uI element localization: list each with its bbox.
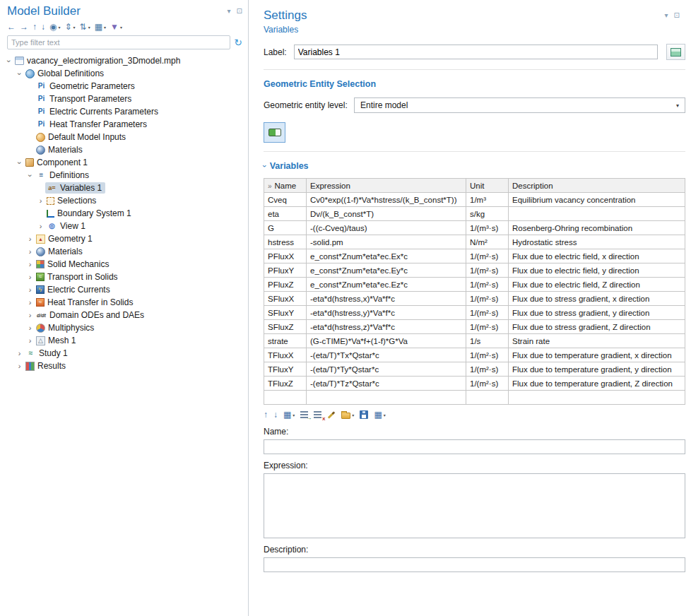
tree-item[interactable]: ›≈Transport in Solids: [0, 271, 248, 283]
chevron-collapsed-icon[interactable]: ›: [25, 248, 35, 256]
variable-name-cell[interactable]: TFluxX: [264, 348, 307, 362]
chevron-expanded-icon[interactable]: ›: [16, 69, 23, 78]
section-collapse-icon[interactable]: ›: [261, 165, 269, 167]
expand-columns-icon[interactable]: »: [268, 182, 272, 190]
panel-splitter[interactable]: [249, 0, 254, 616]
variable-unit-cell[interactable]: s/kg: [466, 207, 509, 221]
settings-float-icon[interactable]: ⊡: [674, 12, 680, 19]
node-text-button[interactable]: ▦▾: [95, 23, 106, 31]
variable-expression-cell[interactable]: -eta*d(hstress,z)*Va*f*c: [307, 320, 466, 334]
variable-description-cell[interactable]: Flux due to temperature gradient, y dire…: [509, 362, 685, 377]
move-down-button[interactable]: ↓: [41, 23, 45, 31]
variable-row[interactable]: PFluxZe_const*Znum*eta*ec.Ez*c1/(m²·s)Fl…: [264, 278, 685, 292]
variable-unit-cell[interactable]: [466, 391, 509, 405]
variable-expression-cell[interactable]: e_const*Znum*eta*ec.Ez*c: [307, 278, 466, 292]
variable-unit-cell[interactable]: 1/s: [466, 334, 509, 348]
variable-row[interactable]: strate(G-cTIME)*Va*f+(1-f)*G*Va1/sStrain…: [264, 334, 685, 348]
variable-row[interactable]: hstress-solid.pmN/m²Hydrostatic stress: [264, 235, 685, 249]
variable-expression-cell[interactable]: Cv0*exp((1-f)*Va*hstress/(k_B_const*T)): [307, 193, 466, 207]
variable-row[interactable]: SFluxZ-eta*d(hstress,z)*Va*f*c1/(m²·s)Fl…: [264, 320, 685, 334]
entity-level-select[interactable]: Entire model ▾: [354, 97, 685, 113]
variable-description-cell[interactable]: Flux due to stress gradient, Z direction: [509, 320, 685, 334]
variable-name-cell[interactable]: PFluxZ: [264, 278, 307, 292]
chevron-collapsed-icon[interactable]: ›: [15, 350, 24, 357]
variable-row[interactable]: G-((c-Cveq)/taus)1/(m³·s)Rosenberg-Ohrin…: [264, 221, 685, 235]
variable-expression-cell[interactable]: (G-cTIME)*Va*f+(1-f)*G*Va: [307, 334, 466, 348]
variable-unit-cell[interactable]: 1/m³: [466, 193, 509, 207]
move-up-button[interactable]: ↑: [33, 23, 37, 31]
tree-item[interactable]: ›◎View 1: [0, 220, 248, 232]
table-display-button[interactable]: ▦▾: [374, 410, 385, 419]
variable-description-cell[interactable]: [509, 391, 685, 405]
variable-name-cell[interactable]: SFluxZ: [264, 320, 307, 334]
save-to-file-button[interactable]: [360, 410, 368, 419]
tree-item[interactable]: ›Global Definitions: [0, 67, 248, 80]
tree-item[interactable]: ›Multiphysics: [0, 321, 248, 334]
tree-item[interactable]: ›≡Definitions: [0, 169, 248, 182]
variable-row[interactable]: etaDv/(k_B_const*T)s/kg: [264, 207, 685, 221]
variable-description-cell[interactable]: Flux due to stress gradient, x direction: [509, 292, 685, 306]
active-selection-toggle-button[interactable]: [264, 122, 285, 143]
chevron-collapsed-icon[interactable]: ›: [25, 312, 35, 319]
variable-description-cell[interactable]: Flux due to electric field, Z direction: [509, 278, 685, 292]
variable-description-cell[interactable]: Flux due to temperature gradient, Z dire…: [509, 377, 685, 391]
tree-item[interactable]: ›≈Heat Transfer in Solids: [0, 296, 248, 309]
variable-name-cell[interactable]: hstress: [264, 235, 307, 249]
chevron-expanded-icon[interactable]: ›: [16, 158, 23, 167]
chevron-collapsed-icon[interactable]: ›: [25, 337, 35, 345]
variable-name-cell[interactable]: strate: [264, 334, 307, 348]
variable-name-cell[interactable]: [264, 391, 307, 405]
load-from-file-button[interactable]: ▾: [341, 410, 354, 419]
show-button[interactable]: ◉▾: [49, 23, 61, 31]
chevron-collapsed-icon[interactable]: ›: [25, 324, 35, 332]
insert-rows-button[interactable]: [300, 411, 308, 418]
tree-item[interactable]: ›△Mesh 1: [0, 334, 248, 347]
variable-name-cell[interactable]: PFluxY: [264, 263, 307, 278]
variable-row[interactable]: CveqCv0*exp((1-f)*Va*hstress/(k_B_const*…: [264, 193, 685, 207]
tree-item[interactable]: ›Selections: [0, 194, 248, 207]
chevron-collapsed-icon[interactable]: ›: [25, 273, 35, 281]
chevron-collapsed-icon[interactable]: ›: [25, 299, 35, 307]
tree-item[interactable]: PiGeometric Parameters: [0, 80, 248, 93]
tree-item[interactable]: ›ϟElectric Currents: [0, 283, 248, 296]
chevron-expanded-icon[interactable]: ›: [5, 57, 13, 66]
variable-row[interactable]: PFluxYe_const*Znum*eta*ec.Ey*c1/(m²·s)Fl…: [264, 263, 685, 278]
variable-row[interactable]: SFluxX-eta*d(hstress,x)*Va*f*c1/(m²·s)Fl…: [264, 292, 685, 306]
tree-item[interactable]: Materials: [0, 143, 248, 156]
chevron-collapsed-icon[interactable]: ›: [25, 286, 35, 294]
tree-item[interactable]: ›Materials: [0, 245, 248, 258]
tree-item[interactable]: ›Component 1: [0, 156, 248, 169]
variable-name-cell[interactable]: eta: [264, 207, 307, 221]
variable-name-cell[interactable]: SFluxY: [264, 306, 307, 320]
variable-expression-cell[interactable]: -((c-Cveq)/taus): [307, 221, 466, 235]
variable-expression-cell[interactable]: -solid.pm: [307, 235, 466, 249]
variable-description-cell[interactable]: Flux due to stress gradient, y direction: [509, 306, 685, 320]
variable-unit-cell[interactable]: 1/(m²·s): [466, 320, 509, 334]
variables-section-heading[interactable]: › Variables: [264, 161, 685, 171]
variable-unit-cell[interactable]: 1/(m²·s): [466, 263, 509, 278]
variable-row[interactable]: PFluxXe_const*Znum*eta*ec.Ex*c1/(m²·s)Fl…: [264, 249, 685, 263]
variable-unit-cell[interactable]: 1/(m³·s): [466, 221, 509, 235]
variable-name-cell[interactable]: TFluxZ: [264, 377, 307, 391]
back-button[interactable]: ←: [7, 23, 16, 31]
variable-description-cell[interactable]: Flux due to electric field, x direction: [509, 249, 685, 263]
variable-unit-cell[interactable]: 1/(m²·s): [466, 278, 509, 292]
variable-description-cell[interactable]: Flux due to temperature gradient, x dire…: [509, 348, 685, 362]
filter-input[interactable]: [7, 35, 230, 49]
tree-item[interactable]: a=Variables 1: [0, 182, 248, 194]
variable-expression-cell[interactable]: [307, 391, 466, 405]
edit-expression-button[interactable]: [327, 414, 336, 416]
variable-row[interactable]: TFluxX-(eta/T)*Tx*Qstar*c1/(m²·s)Flux du…: [264, 348, 685, 362]
label-row-action-button[interactable]: [666, 44, 685, 60]
variable-row[interactable]: TFluxZ-(eta/T)*Tz*Qstar*c1/(m²·s)Flux du…: [264, 377, 685, 391]
move-up-button[interactable]: ↑: [264, 410, 268, 419]
variable-description-cell[interactable]: Rosenberg-Ohring recombination: [509, 221, 685, 235]
tree-item[interactable]: ›≈Study 1: [0, 347, 248, 360]
variable-description-cell[interactable]: Flux due to electric field, y direction: [509, 263, 685, 278]
variable-expression-cell[interactable]: -(eta/T)*Tx*Qstar*c: [307, 348, 466, 362]
forward-button[interactable]: →: [20, 23, 28, 31]
variable-row[interactable]: [264, 391, 685, 405]
tree-item[interactable]: ›Results: [0, 360, 248, 372]
chevron-expanded-icon[interactable]: ›: [26, 171, 34, 180]
variable-row[interactable]: TFluxY-(eta/T)*Ty*Qstar*c1/(m²·s)Flux du…: [264, 362, 685, 377]
